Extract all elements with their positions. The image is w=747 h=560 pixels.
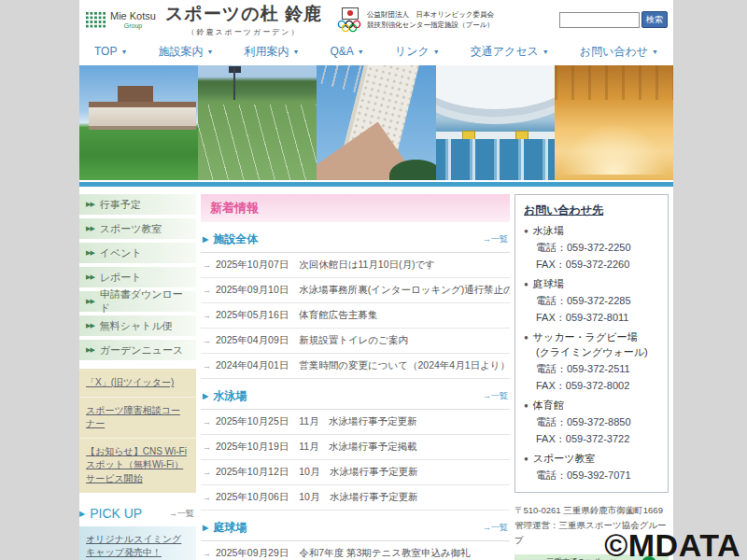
sidebar-link-x-twitter[interactable]: 「X」(旧ツイッター): [79, 370, 196, 398]
search-button[interactable]: 検索: [641, 11, 668, 28]
more-link[interactable]: →一覧: [483, 233, 508, 245]
more-link[interactable]: →一覧: [483, 522, 508, 534]
header: Mie Kotsu Group スポーツの杜 鈴鹿 （鈴鹿スポーツガーデン）: [79, 0, 673, 37]
bullet-icon: ●: [524, 227, 529, 235]
site-container: Mie Kotsu Group スポーツの杜 鈴鹿 （鈴鹿スポーツガーデン）: [79, 0, 673, 560]
sidebar-item-reports[interactable]: ▶▶レポート: [79, 267, 196, 287]
news-item[interactable]: →2025年04月09日新規設置トイレのご案内: [201, 329, 510, 354]
contact-tel: 電話：059-372-2511: [536, 362, 659, 376]
olympic-rings-icon: [337, 20, 362, 33]
news-item[interactable]: →2025年09月10日水泳場事務所裏(インターロッキング)通行禁止のお知らせ: [201, 278, 510, 303]
double-triangle-icon: ▶▶: [86, 225, 94, 232]
bullet-icon: ●: [524, 455, 529, 463]
group-name: Mie Kotsu: [110, 11, 156, 21]
nav-item-qa[interactable]: Q&A▼: [331, 45, 364, 58]
hero-photo-soccer-rugby-field: [79, 65, 198, 180]
contact-entry-gym: ●体育館 電話：059-372-8850 FAX：059-372-3722: [524, 399, 659, 446]
pickup-item-swim-cap[interactable]: オリジナルスイミングキャップ発売中！: [79, 526, 196, 560]
arrow-right-icon: →: [203, 549, 211, 558]
contact-title: お問い合わせ先: [524, 203, 659, 218]
group-sub: Group: [110, 22, 156, 29]
hero-banner: [79, 65, 673, 180]
nav-item-links[interactable]: リンク▼: [395, 44, 440, 60]
more-link[interactable]: →一覧: [483, 390, 508, 402]
chevron-down-icon: ▼: [433, 49, 440, 55]
pickup-list: オリジナルスイミングキャップ発売中！ 利用料金表 施設要覧 パンフレット: [79, 526, 196, 560]
arrow-right-icon: →: [203, 336, 211, 345]
site-subtitle: （鈴鹿スポーツガーデン）: [165, 27, 322, 37]
contact-entry-tennis: ●庭球場 電話：059-372-2285 FAX：059-372-8011: [524, 277, 659, 325]
olympic-mark: [337, 7, 362, 33]
joc-line2: 競技別強化センター指定施設（プール）: [367, 20, 494, 30]
sidebar-item-garden-news[interactable]: ▶▶ガーデンニュース: [79, 340, 196, 360]
page: Mie Kotsu Group スポーツの杜 鈴鹿 （鈴鹿スポーツガーデン）: [0, 0, 747, 560]
arrow-right-icon: →: [203, 417, 211, 427]
contact-box: お問い合わせ先 ●水泳場 電話：059-372-2250 FAX：059-372…: [514, 194, 669, 493]
postal-address: 〒510-0261 三重県鈴鹿市御薗町1669: [514, 503, 669, 518]
joc-certification: 公益財団法人 日本オリンピック委員会 競技別強化センター指定施設（プール）: [337, 7, 494, 33]
sidebar-item-sports-classes[interactable]: ▶▶スポーツ教室: [79, 218, 196, 239]
news-item[interactable]: →2025年10月25日11月 水泳場行事予定更新: [201, 410, 510, 435]
pickup-title: ▶PICK UP: [79, 506, 142, 521]
arrow-right-icon: →: [203, 442, 211, 452]
chevron-down-icon: ▼: [358, 49, 364, 55]
triangle-right-icon: ▶: [79, 510, 85, 518]
contact-fax: FAX：059-372-2260: [536, 258, 659, 272]
triangle-right-icon: ▶: [203, 524, 208, 532]
sidebar-link-wifi-notice[interactable]: 【お知らせ】CNS Wi-Fi スポット（無料Wi-Fi）サービス開始: [79, 439, 196, 493]
contact-tel: 電話：059-372-8850: [536, 415, 659, 429]
left-sidebar: ▶▶行事予定 ▶▶スポーツ教室 ▶▶イベント ▶▶レポート ▶▶申請書ダウンロー…: [79, 194, 196, 560]
news-item[interactable]: →2025年10月07日次回休館日は11月10日(月)です: [201, 253, 510, 278]
news-item[interactable]: →2025年05月16日体育館広告主募集: [201, 303, 510, 329]
bullet-icon: ●: [524, 280, 529, 288]
contact-entry-classes: ●スポーツ教室 電話：059-392-7071: [524, 452, 659, 483]
nav-item-access[interactable]: 交通アクセス▼: [471, 44, 549, 60]
sidebar-link-sports-injury[interactable]: スポーツ障害相談コーナー: [79, 398, 196, 439]
double-triangle-icon: ▶▶: [86, 346, 94, 354]
news-item[interactable]: →2025年10月19日11月 水泳場行事予定掲載: [201, 435, 510, 460]
hero-photo-tennis-courts: [198, 65, 317, 180]
double-triangle-icon: ▶▶: [86, 322, 94, 329]
content-area: ▶▶行事予定 ▶▶スポーツ教室 ▶▶イベント ▶▶レポート ▶▶申請書ダウンロー…: [79, 187, 673, 560]
right-sidebar: お問い合わせ先 ●水泳場 電話：059-372-2250 FAX：059-372…: [514, 194, 669, 560]
chevron-down-icon: ▼: [652, 49, 658, 55]
chevron-down-icon: ▼: [543, 49, 549, 55]
contact-fax: FAX：059-372-8011: [536, 311, 659, 325]
section-header-tennis: ▶庭球場 →一覧: [201, 511, 510, 541]
arrow-right-icon: →: [203, 361, 211, 371]
site-title: スポーツの杜 鈴鹿: [165, 2, 322, 26]
nav-item-top[interactable]: TOP▼: [94, 45, 127, 58]
section-header-swimming: ▶水泳場 →一覧: [201, 379, 510, 410]
mie-kotsu-logo[interactable]: Mie Kotsu Group: [85, 11, 156, 29]
news-item[interactable]: →2025年10月12日10月 水泳場行事予定更新: [201, 460, 510, 485]
hero-photo-gymnasium: [555, 65, 673, 180]
double-triangle-icon: ▶▶: [86, 201, 94, 208]
contact-fax: FAX：059-372-3722: [536, 432, 659, 446]
arrow-right-icon: →: [203, 468, 211, 477]
double-triangle-icon: ▶▶: [86, 273, 94, 281]
news-item[interactable]: →2025年10月06日10月 水泳場行事予定更新: [201, 485, 510, 511]
sidebar-item-events-schedule[interactable]: ▶▶行事予定: [79, 194, 196, 215]
sidebar-item-events[interactable]: ▶▶イベント: [79, 243, 196, 263]
sidebar-link-box: 「X」(旧ツイッター) スポーツ障害相談コーナー 【お知らせ】CNS Wi-Fi…: [79, 369, 196, 493]
arrow-right-icon: →: [203, 286, 211, 295]
nav-item-guide[interactable]: 利用案内▼: [244, 44, 299, 60]
chevron-down-icon: ▼: [120, 49, 127, 55]
nav-item-facilities[interactable]: 施設案内▼: [158, 44, 213, 60]
hero-photo-indoor-pool: [436, 65, 555, 180]
sidebar-item-application-download[interactable]: ▶▶申請書ダウンロード: [79, 291, 196, 312]
site-title-block[interactable]: スポーツの杜 鈴鹿 （鈴鹿スポーツガーデン）: [165, 2, 322, 37]
contact-tel: 電話：059-372-2285: [536, 294, 659, 308]
contact-fax: FAX：059-372-8002: [536, 379, 659, 393]
news-item[interactable]: →2025年09月29日令和7年度 第3期テニス教室申込み御礼: [201, 541, 510, 560]
sidebar-item-free-shuttle[interactable]: ▶▶無料シャトル便: [79, 315, 196, 336]
pickup-more-link[interactable]: →一覧: [169, 508, 194, 520]
hero-photo-climbing-wall: [317, 65, 435, 180]
search-input[interactable]: [559, 12, 640, 28]
contact-sub: (クライミングウォール): [536, 345, 659, 359]
arrow-right-icon: →: [203, 260, 211, 270]
news-item[interactable]: →2024年04月01日営業時間の変更について（2024年4月1日より）: [201, 354, 510, 379]
double-triangle-icon: ▶▶: [86, 298, 94, 305]
nav-item-contact[interactable]: お問い合わせ▼: [580, 44, 658, 60]
contact-entry-soccer-rugby: ●サッカー・ラグビー場 (クライミングウォール) 電話：059-372-2511…: [524, 330, 659, 393]
